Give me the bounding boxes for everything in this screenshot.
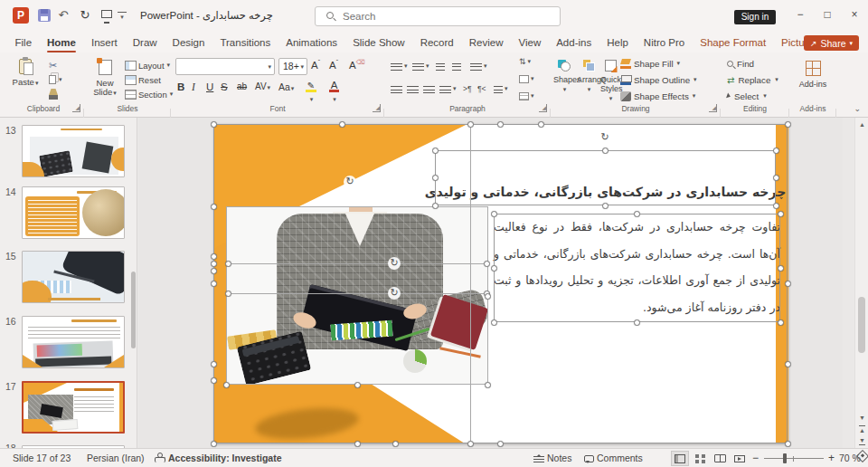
selection-handle[interactable] [225,291,231,297]
align-text-button[interactable] [519,71,534,86]
slide-body-text[interactable]: تفاوت چرخه حسابداری در شرکت‌ها، فقط در ن… [494,214,780,322]
selection-handle[interactable] [354,382,361,388]
grow-font-button[interactable]: Aˆ [311,59,320,75]
signin-button[interactable]: Sign in [734,10,776,24]
reset-button[interactable]: Reset [123,72,175,87]
selection-handle[interactable] [354,441,361,447]
accessibility-status[interactable]: Accessibility: Investigate [168,453,281,463]
font-size-combo[interactable]: 18+ [278,58,307,75]
underline-button[interactable]: U [206,81,213,98]
new-slide-button[interactable]: New Slide [87,56,123,103]
columns-button[interactable] [494,81,508,96]
slide-thumbnail-15[interactable] [22,251,125,303]
slide-thumbnail-16[interactable] [22,316,125,368]
align-center-button[interactable] [407,81,419,96]
rotation-handle-icon[interactable]: ↻ [388,257,401,270]
selection-handle[interactable] [491,265,497,272]
close-button[interactable]: × [841,0,868,29]
tab-review[interactable]: Review [461,33,511,52]
selection-handle[interactable] [778,265,784,272]
powerpoint-logo-icon[interactable]: P [13,7,29,24]
selection-handle[interactable] [634,211,640,217]
character-spacing-button[interactable]: AV [255,81,270,98]
selection-handle[interactable] [602,148,609,154]
selection-handle[interactable] [785,441,791,447]
selection-handle[interactable] [785,121,791,128]
save-icon[interactable] [38,9,51,22]
cut-button[interactable]: ✂ [47,58,64,72]
view-reading-button[interactable] [711,451,729,466]
quick-styles-button[interactable]: Quick Styles [600,56,620,103]
tab-view[interactable]: View [511,33,549,52]
selection-handle[interactable] [432,203,439,209]
slide-thumbnail-14[interactable] [22,186,125,239]
selection-handle[interactable] [497,121,504,128]
previous-slide-button[interactable]: ▲ [855,425,868,434]
tab-transitions[interactable]: Transitions [212,33,278,52]
tab-home[interactable]: Home [40,33,84,52]
selection-handle[interactable] [211,204,217,210]
selection-handle[interactable] [211,121,217,128]
selection-handle[interactable] [634,319,640,326]
selection-handle[interactable] [223,382,230,388]
paste-button[interactable]: Paste [7,56,43,103]
selection-handle[interactable] [432,148,439,154]
strikethrough-button[interactable]: S [221,81,228,98]
selection-handle[interactable] [491,319,497,326]
find-button[interactable]: Find [727,56,754,71]
selection-handle[interactable] [211,361,217,367]
arrange-button[interactable]: Arrange [577,56,600,103]
slide-thumbnail-13[interactable] [22,125,125,177]
scroll-up-button[interactable]: ▲ [855,121,868,128]
tab-animations[interactable]: Animations [278,33,345,52]
fit-slide-button[interactable] [858,452,867,462]
next-slide-button[interactable]: ▼ [855,436,868,445]
selection-handle[interactable] [211,281,217,287]
tab-design[interactable]: Design [165,33,212,52]
thumbnail-scrollbar-thumb[interactable] [131,272,136,348]
selection-handle[interactable] [773,175,779,181]
layout-button[interactable]: Layout [123,58,175,72]
tab-help[interactable]: Help [599,33,637,52]
tab-slideshow[interactable]: Slide Show [345,33,413,52]
font-name-combo[interactable] [175,58,275,75]
selection-handle[interactable] [432,175,439,181]
selection-handle[interactable] [778,319,784,326]
clipboard-dialog-launcher[interactable]: ◢ [72,104,80,112]
rotation-handle-icon[interactable]: ↻ [344,176,356,188]
selection-handle[interactable] [778,211,784,217]
format-painter-button[interactable] [47,87,64,101]
selection-handle[interactable] [484,261,490,267]
photo-image[interactable] [226,206,488,385]
tab-draw[interactable]: Draw [125,33,165,52]
shrink-font-button[interactable]: Aˇ [329,59,338,75]
selection-handle[interactable] [467,121,474,128]
selection-handle[interactable] [602,203,609,209]
scrollbar-thumb[interactable] [858,297,865,353]
align-right-button[interactable] [423,81,435,96]
minimize-button[interactable]: − [787,0,814,29]
status-language[interactable]: Persian (Iran) [87,453,145,463]
selection-handle[interactable] [211,261,217,267]
tab-file[interactable]: File [7,33,40,52]
numbering-button[interactable] [412,59,429,73]
selection-handle[interactable] [211,253,217,260]
rotation-handle-icon[interactable]: ↻ [388,287,401,300]
redo-icon[interactable]: ↻ [76,8,94,22]
zoom-out-button[interactable]: − [752,452,759,464]
zoom-in-button[interactable]: + [828,452,835,464]
view-slideshow-button[interactable] [731,451,749,466]
text-direction-button[interactable]: ⇅ [519,54,531,69]
align-left-button[interactable] [391,81,402,96]
text-shadow-button[interactable]: ab [237,81,247,98]
selection-handle[interactable] [491,211,497,217]
selection-handle[interactable] [773,148,779,154]
decrease-indent-button[interactable] [436,59,445,73]
selection-handle[interactable] [773,203,779,209]
share-button[interactable]: ↗Share [804,35,859,51]
tab-insert[interactable]: Insert [83,33,125,52]
bullets-button[interactable] [391,59,408,73]
zoom-slider[interactable] [764,458,824,459]
increase-indent-button[interactable] [452,59,461,73]
selection-handle[interactable] [225,261,231,267]
